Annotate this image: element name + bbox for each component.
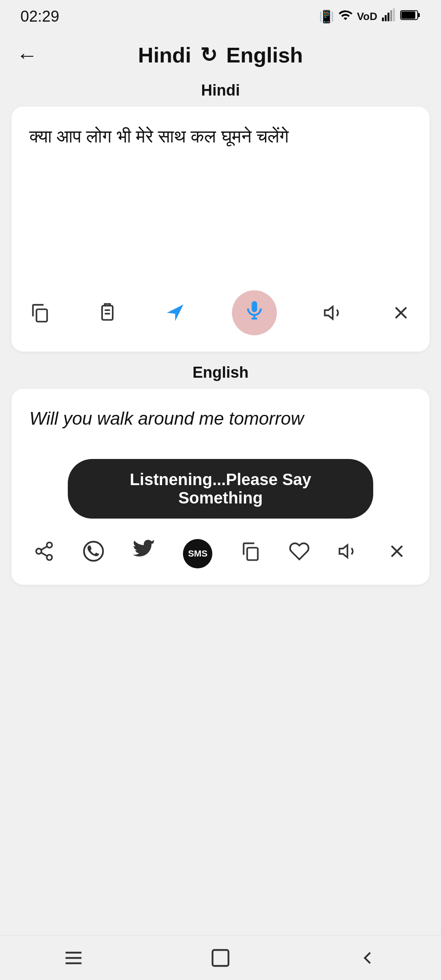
lte-icon: VoD (357, 10, 377, 23)
target-output-card: Will you walk around me tomorrow Listnen… (11, 389, 430, 585)
paste-button[interactable] (97, 302, 118, 323)
swap-languages-button[interactable]: ↻ (200, 43, 217, 67)
status-bar: 02:29 📳 VoD (0, 0, 441, 33)
svg-rect-0 (382, 18, 384, 21)
source-input-card: क्या आप लोग भी मेरे साथ कल घूमने चलेंगे (11, 107, 430, 352)
svg-point-23 (84, 542, 103, 561)
sms-label: SMS (188, 548, 207, 559)
status-icons: 📳 VoD (319, 8, 421, 25)
svg-line-21 (41, 552, 47, 556)
favorite-button[interactable] (289, 541, 310, 567)
svg-rect-7 (401, 11, 415, 19)
volume-target-button[interactable] (338, 541, 359, 567)
signal-icon (381, 8, 396, 25)
listening-banner: Listnening...Please Say Something (68, 459, 374, 519)
source-input-text[interactable]: क्या आप लोग भी मेरे साथ कल घूमने चलेंगे (29, 123, 412, 278)
close-target-button[interactable] (386, 541, 408, 567)
svg-rect-9 (102, 306, 113, 320)
svg-rect-1 (385, 15, 387, 21)
app-header: ← Hindi ↻ English (0, 33, 441, 78)
listening-label: Listnening...Please Say Something (130, 470, 312, 507)
copy-target-button[interactable] (240, 541, 261, 567)
svg-rect-3 (390, 10, 392, 21)
svg-point-19 (36, 549, 42, 554)
back-button[interactable]: ← (16, 43, 38, 67)
status-time: 02:29 (20, 8, 59, 25)
share-button[interactable] (33, 541, 55, 567)
battery-icon (400, 9, 421, 24)
main-content: Hindi क्या आप लोग भी मेरे साथ कल घूमने च… (0, 78, 441, 585)
source-language-label[interactable]: Hindi (138, 43, 191, 67)
twitter-button[interactable] (133, 540, 156, 568)
svg-point-18 (47, 542, 52, 548)
target-language-label[interactable]: English (226, 43, 303, 67)
language-selector: Hindi ↻ English (138, 43, 303, 67)
target-language-section-label: English (11, 364, 430, 381)
svg-rect-8 (36, 309, 47, 321)
navigation-bar (0, 935, 441, 980)
menu-nav-button[interactable] (63, 947, 84, 969)
svg-rect-2 (388, 13, 390, 21)
wifi-icon (338, 8, 353, 25)
svg-marker-25 (339, 545, 347, 557)
svg-rect-31 (213, 950, 229, 966)
microphone-button[interactable] (232, 290, 277, 335)
svg-rect-4 (393, 8, 395, 21)
target-action-bar: SMS (29, 531, 412, 572)
svg-line-22 (41, 546, 47, 550)
svg-point-20 (47, 555, 52, 560)
clear-source-button[interactable] (390, 302, 412, 323)
svg-marker-15 (325, 307, 333, 319)
volume-source-button[interactable] (323, 302, 344, 323)
home-nav-button[interactable] (210, 947, 231, 969)
whatsapp-button[interactable] (82, 540, 105, 568)
source-language-section-label: Hindi (11, 82, 430, 99)
svg-rect-12 (252, 301, 258, 312)
target-output-text: Will you walk around me tomorrow (29, 405, 412, 447)
translate-button[interactable] (164, 302, 186, 324)
svg-rect-6 (418, 13, 420, 17)
back-nav-button[interactable] (357, 947, 378, 969)
mic-icon (243, 299, 265, 326)
copy-source-button[interactable] (29, 302, 51, 323)
sms-button[interactable]: SMS (183, 539, 212, 568)
svg-rect-24 (247, 548, 258, 560)
vibrate-icon: 📳 (319, 9, 334, 24)
source-action-bar (29, 278, 412, 339)
